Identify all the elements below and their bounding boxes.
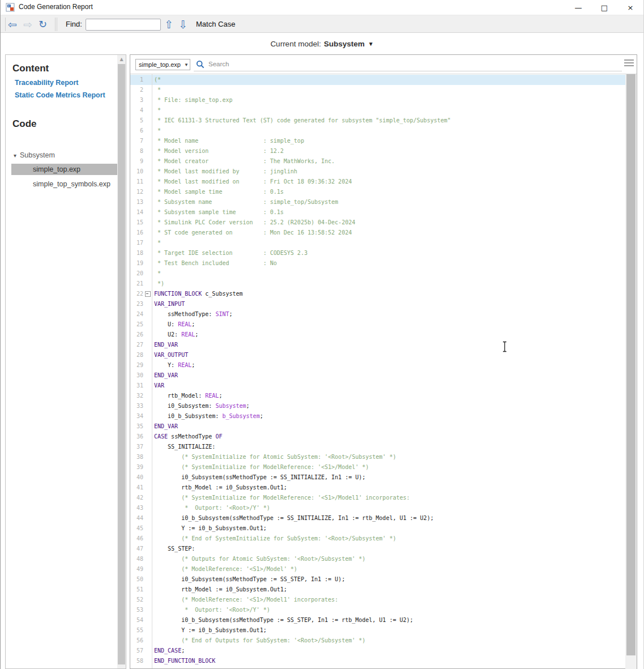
traceability-report-link[interactable]: Traceability Report: [15, 79, 126, 87]
code-line[interactable]: 38 (* SystemInitialize for Atomic SubSys…: [130, 452, 626, 462]
code-line[interactable]: 59: [130, 666, 626, 668]
code-text: * Model last modified on : Fri Oct 18 09…: [152, 177, 352, 187]
find-previous-icon[interactable]: ⇧: [164, 17, 173, 32]
code-text: *: [152, 238, 161, 248]
code-line[interactable]: 40 i0_Subsystem(ssMethodType := SS_INITI…: [130, 472, 626, 483]
code-line[interactable]: 29 Y: REAL;: [130, 360, 626, 370]
code-line[interactable]: 41 rtb_Model := i0_Subsystem.Out1;: [130, 483, 626, 493]
scroll-up-icon[interactable]: ▲: [117, 55, 126, 63]
code-line[interactable]: 25 U: REAL;: [130, 319, 626, 330]
code-search-input[interactable]: Search: [194, 58, 622, 71]
maximize-button[interactable]: □: [591, 0, 617, 15]
code-line[interactable]: 11 * Model last modified on : Fri Oct 18…: [130, 177, 626, 187]
code-scrollbar-thumb[interactable]: [626, 74, 636, 655]
code-line[interactable]: 51 rtb_Model := i0_Subsystem.Out1;: [130, 585, 626, 595]
code-line[interactable]: 8 * Model version : 12.2: [130, 146, 626, 156]
code-line[interactable]: 33 i0_Subsystem: Subsystem;: [130, 401, 626, 411]
back-icon[interactable]: ⇦: [8, 17, 17, 32]
tree-node-subsystem[interactable]: ▾Subsystem: [14, 151, 126, 159]
code-line[interactable]: 46 (* End of SystemInitialize for SubSys…: [130, 534, 626, 544]
code-line[interactable]: 55 Y := i0_b_Subsystem.Out1;: [130, 625, 626, 636]
code-line[interactable]: 30END_VAR: [130, 370, 626, 381]
line-number: 40: [130, 472, 143, 483]
code-line[interactable]: 31VAR: [130, 381, 626, 391]
model-dropdown-icon[interactable]: ▼: [368, 41, 374, 47]
match-case-toggle[interactable]: Match Case: [196, 20, 235, 28]
close-button[interactable]: ×: [617, 0, 643, 15]
code-line[interactable]: 57END_CASE;: [130, 646, 626, 656]
collapse-icon[interactable]: ▾: [14, 152, 16, 159]
code-line[interactable]: 16 * ST code generated on : Mon Dec 16 1…: [130, 228, 626, 238]
code-line[interactable]: 49 (* ModelReference: '<S1>/Model' *): [130, 564, 626, 574]
code-line[interactable]: 4 *: [130, 105, 626, 116]
minimize-button[interactable]: —: [565, 0, 591, 15]
code-line[interactable]: 13 * Subsystem name : simple_top/Subsyst…: [130, 197, 626, 207]
gutter-spacer: [143, 381, 152, 391]
line-number: 19: [130, 258, 143, 269]
code-line[interactable]: 20 *: [130, 269, 626, 279]
code-line[interactable]: 24 ssMethodType: SINT;: [130, 309, 626, 319]
code-line[interactable]: 32 rtb_Model: REAL;: [130, 391, 626, 401]
gutter-spacer: [143, 534, 152, 544]
code-line[interactable]: 5 * IEC 61131-3 Structured Text (ST) cod…: [130, 116, 626, 126]
code-line[interactable]: 35END_VAR: [130, 421, 626, 432]
code-line[interactable]: 17 *: [130, 238, 626, 248]
code-line[interactable]: 44 i0_b_Subsystem(ssMethodType := SS_INI…: [130, 513, 626, 523]
code-line[interactable]: 47 SS_STEP:: [130, 544, 626, 554]
code-line[interactable]: 7 * Model name : simple_top: [130, 136, 626, 146]
sidebar-item-simple_top_symbols.exp[interactable]: simple_top_symbols.exp: [11, 178, 119, 190]
code-line[interactable]: 48 (* Outputs for Atomic SubSystem: '<Ro…: [130, 554, 626, 564]
fold-toggle-icon[interactable]: [143, 289, 152, 299]
code-line[interactable]: 26 U2: REAL;: [130, 330, 626, 340]
code-line[interactable]: 34 i0_b_Subsystem: b_Subsystem;: [130, 411, 626, 421]
code-line[interactable]: 3 * File: simple_top.exp: [130, 95, 626, 105]
code-line[interactable]: 9 * Model creator : The MathWorks, Inc.: [130, 156, 626, 167]
code-line[interactable]: 50 i0_Subsystem(ssMethodType := SS_STEP,…: [130, 574, 626, 585]
code-line[interactable]: 56 (* End of Outputs for SubSystem: '<Ro…: [130, 636, 626, 646]
sidebar-item-simple_top.exp[interactable]: simple_top.exp: [11, 164, 119, 175]
find-next-icon[interactable]: ⇩: [178, 17, 187, 32]
code-line[interactable]: 58END_FUNCTION_BLOCK: [130, 656, 626, 666]
code-line[interactable]: 27END_VAR: [130, 340, 626, 350]
file-select-dropdown[interactable]: simple_top.exp ▼: [135, 59, 190, 70]
menu-icon[interactable]: [624, 59, 634, 69]
find-input[interactable]: [86, 19, 161, 31]
code-line[interactable]: 53 * Outport: '<Root>/Y' *): [130, 605, 626, 615]
code-line[interactable]: 19 * Test Bench included : No: [130, 258, 626, 269]
text-cursor-pointer: [501, 341, 508, 352]
refresh-icon[interactable]: ↻: [39, 17, 47, 32]
code-line[interactable]: 39 (* SystemInitialize for ModelReferenc…: [130, 462, 626, 472]
code-line[interactable]: 21 *): [130, 279, 626, 289]
code-line[interactable]: 52 (* ModelReference: '<S1>/Model1' inco…: [130, 595, 626, 605]
sidebar-scrollbar-thumb[interactable]: [118, 64, 125, 664]
sidebar-scrollbar[interactable]: ▲: [117, 55, 126, 668]
code-line[interactable]: 22FUNCTION_BLOCK c_Subsystem: [130, 289, 626, 299]
code-line[interactable]: 14 * Subsystem sample time : 0.1s: [130, 207, 626, 218]
code-line[interactable]: 18 * Target IDE selection : CODESYS 2.3: [130, 248, 626, 258]
code-lines[interactable]: 1(*2 *3 * File: simple_top.exp4 *5 * IEC…: [130, 74, 626, 668]
code-text: *: [152, 269, 161, 279]
code-line[interactable]: 45 Y := i0_b_Subsystem.Out1;: [130, 523, 626, 534]
current-model-bar: Current model: Subsystem ▼: [1, 33, 643, 54]
gutter-spacer: [143, 462, 152, 472]
code-line[interactable]: 1(*: [130, 75, 626, 85]
code-line[interactable]: 15 * Simulink PLC Coder version : 25.2 (…: [130, 218, 626, 228]
line-number: 16: [130, 228, 143, 238]
code-line[interactable]: 36CASE ssMethodType OF: [130, 432, 626, 442]
code-text: (* ModelReference: '<S1>/Model' *): [152, 564, 297, 574]
title-bar: Code Generation Report — □ ×: [1, 0, 643, 15]
code-line[interactable]: 37 SS_INITIALIZE:: [130, 442, 626, 452]
code-line[interactable]: 2 *: [130, 85, 626, 95]
code-line[interactable]: 6 *: [130, 126, 626, 136]
forward-icon[interactable]: ⇨: [23, 17, 32, 32]
code-scrollbar[interactable]: [625, 74, 637, 669]
code-line[interactable]: 42 (* SystemInitialize for ModelReferenc…: [130, 493, 626, 503]
code-line[interactable]: 10 * Model last modified by : jinglinh: [130, 167, 626, 177]
code-line[interactable]: 54 i0_b_Subsystem(ssMethodType := SS_STE…: [130, 615, 626, 625]
code-text: *: [152, 85, 161, 95]
code-line[interactable]: 28VAR_OUTPUT: [130, 350, 626, 360]
code-line[interactable]: 43 * Outport: '<Root>/Y' *): [130, 503, 626, 513]
code-line[interactable]: 12 * Model sample time : 0.1s: [130, 187, 626, 197]
static-code-metrics-report-link[interactable]: Static Code Metrics Report: [15, 91, 126, 99]
code-line[interactable]: 23VAR_INPUT: [130, 299, 626, 309]
